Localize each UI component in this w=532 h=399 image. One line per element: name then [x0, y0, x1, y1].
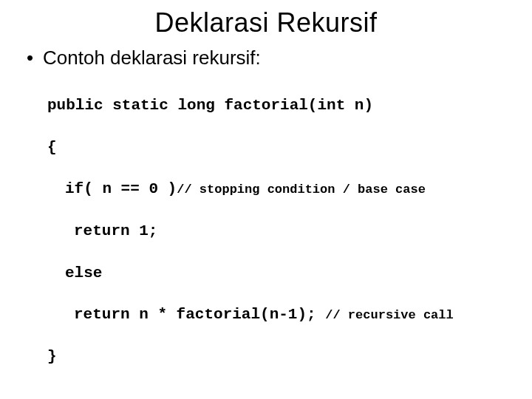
- code-block: public static long factorial(int n) { if…: [22, 75, 510, 389]
- code-comment-1: // stopping condition / base case: [177, 183, 426, 197]
- code-l3a: if( n == 0 ): [65, 180, 177, 197]
- slide-title: Deklarasi Rekursif: [22, 7, 510, 38]
- arrow-icon: →: [338, 397, 358, 399]
- bullet-list: Contoh deklarasi rekursif:: [22, 46, 510, 70]
- code-line-2: {: [47, 137, 510, 158]
- code-comment-2: // recursive call: [325, 308, 453, 322]
- code-line-3: if( n == 0 )// stopping condition / base…: [47, 179, 510, 200]
- bullet-2-pre: Pemanggilan factorial (diri sendiri): [43, 397, 338, 399]
- code-l6a: return n * factorial(n-1);: [74, 306, 325, 323]
- bullet-2: Pemanggilan factorial (diri sendiri) → r…: [22, 396, 510, 399]
- code-line-4: return 1;: [47, 221, 510, 242]
- code-line-5: else: [47, 263, 510, 284]
- bullet-1-text: Contoh deklarasi rekursif:: [43, 47, 261, 69]
- bullet-2-post: rekursif: [358, 397, 426, 399]
- code-line-6: return n * factorial(n-1); // recursive …: [47, 304, 510, 325]
- bullet-1: Contoh deklarasi rekursif:: [22, 46, 510, 70]
- code-line-7: }: [47, 347, 510, 367]
- bullet-list-2: Pemanggilan factorial (diri sendiri) → r…: [22, 396, 510, 399]
- code-line-1: public static long factorial(int n): [47, 95, 510, 116]
